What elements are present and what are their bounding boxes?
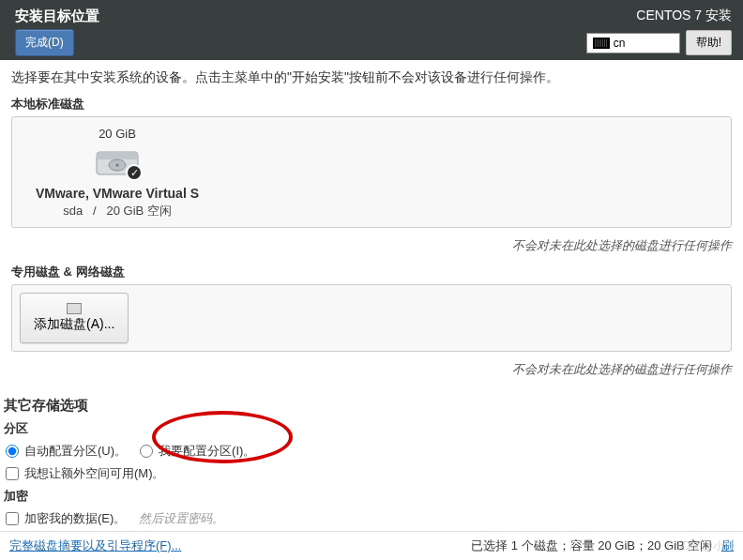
disk-item[interactable]: 20 GiB ✓ VMware, VMware Virtual S sda / … xyxy=(23,127,211,219)
storage-options: 其它存储选项 分区 自动配置分区(U)。 我要配置分区(I)。 我想让额外空间可… xyxy=(0,397,743,527)
disk-summary-link[interactable]: 完整磁盘摘要以及引导程序(F)... xyxy=(9,537,181,554)
header-right: CENTOS 7 安装 cn 帮助! xyxy=(586,8,732,54)
footer-bar: 完整磁盘摘要以及引导程序(F)... 已选择 1 个磁盘；容量 20 GiB；2… xyxy=(0,531,743,560)
encrypt-row: 加密我的数据(E)。 然后设置密码。 xyxy=(6,510,739,527)
instruction-text: 选择要在其中安装系统的设备。点击主菜单中的"开始安装"按钮前不会对该设备进行任何… xyxy=(11,69,732,86)
encrypt-hint: 然后设置密码。 xyxy=(139,510,224,527)
disk-graphic: ✓ xyxy=(95,146,140,178)
header-left: 安装目标位置 完成(D) xyxy=(15,8,99,54)
manual-partition-option[interactable]: 我要配置分区(I)。 xyxy=(140,443,255,460)
header-controls: cn 帮助! xyxy=(586,30,732,55)
keyboard-icon xyxy=(593,38,610,49)
storage-title: 其它存储选项 xyxy=(4,397,739,415)
disk-size: 20 GiB xyxy=(99,127,136,141)
extra-space-row: 我想让额外空间可用(M)。 xyxy=(6,465,739,482)
local-disks-note: 不会对未在此处选择的磁盘进行任何操作 xyxy=(11,232,732,264)
local-disks-label: 本地标准磁盘 xyxy=(11,96,732,113)
add-disk-label: 添加磁盘(A)... xyxy=(34,316,114,333)
header-bar: 安装目标位置 完成(D) CENTOS 7 安装 cn 帮助! xyxy=(0,0,743,60)
svg-point-3 xyxy=(116,164,119,167)
disk-subinfo: sda / 20 GiB 空闲 xyxy=(63,203,172,219)
installer-title: CENTOS 7 安装 xyxy=(636,8,732,24)
disk-add-icon xyxy=(67,303,82,314)
main-content: 选择要在其中安装系统的设备。点击主菜单中的"开始安装"按钮前不会对该设备进行任何… xyxy=(0,60,743,391)
partition-label: 分区 xyxy=(4,420,739,437)
special-disks-note: 不会对未在此处选择的磁盘进行任何操作 xyxy=(11,356,732,387)
encrypt-option[interactable]: 加密我的数据(E)。 xyxy=(6,510,126,527)
disk-name: VMware, VMware Virtual S xyxy=(36,186,199,201)
encrypt-checkbox[interactable] xyxy=(6,512,19,525)
encrypt-label: 加密 xyxy=(4,488,739,505)
selection-status: 已选择 1 个磁盘；容量 20 GiB；20 GiB 空闲 xyxy=(471,538,712,552)
manual-partition-radio[interactable] xyxy=(140,445,153,458)
local-disks-container: 20 GiB ✓ VMware, VMware Virtual S sda / … xyxy=(11,116,732,228)
help-button[interactable]: 帮助! xyxy=(686,30,732,55)
footer-right: 已选择 1 个磁盘；容量 20 GiB；20 GiB 空闲 刷 xyxy=(471,537,734,554)
special-disks-container: 添加磁盘(A)... xyxy=(11,284,732,352)
keyboard-layout-indicator[interactable]: cn xyxy=(586,33,680,53)
special-disks-label: 专用磁盘 & 网络磁盘 xyxy=(11,264,732,280)
done-button[interactable]: 完成(D) xyxy=(15,29,74,56)
lang-code: cn xyxy=(614,37,626,50)
extra-space-option[interactable]: 我想让额外空间可用(M)。 xyxy=(6,465,165,482)
auto-partition-option[interactable]: 自动配置分区(U)。 xyxy=(6,443,127,460)
page-title: 安装目标位置 xyxy=(15,8,99,25)
extra-space-checkbox[interactable] xyxy=(6,467,19,480)
check-icon: ✓ xyxy=(126,164,143,181)
auto-partition-radio[interactable] xyxy=(6,445,19,458)
svg-rect-1 xyxy=(97,152,138,159)
partition-options: 自动配置分区(U)。 我要配置分区(I)。 xyxy=(6,443,739,460)
refresh-link[interactable]: 刷 xyxy=(721,538,734,552)
add-disk-button[interactable]: 添加磁盘(A)... xyxy=(20,293,129,343)
